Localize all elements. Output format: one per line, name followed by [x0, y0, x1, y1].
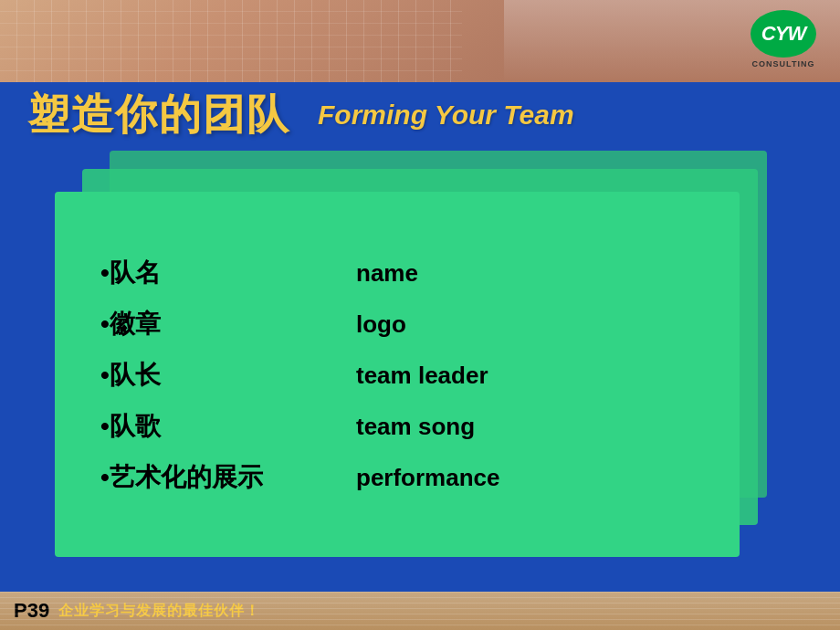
chinese-title: 塑造你的团队	[27, 87, 290, 143]
content-row: •徽章logo	[100, 307, 703, 341]
content-row: •队名name	[100, 256, 703, 290]
chinese-item-1: •徽章	[100, 307, 356, 341]
content-row: •艺术化的展示performance	[100, 460, 703, 495]
english-item-1: logo	[356, 310, 406, 339]
content-row: •队长team leader	[100, 358, 703, 393]
logo-text: CYW	[761, 24, 805, 44]
chinese-item-4: •艺术化的展示	[100, 460, 356, 495]
english-item-0: name	[356, 259, 418, 288]
top-banner	[0, 0, 840, 82]
footer-tagline: 企业学习与发展的最佳伙伴！	[58, 602, 260, 621]
logo-container: CYW CONSULTING	[738, 7, 829, 71]
card-stack: •队名name•徽章logo•队长team leader•队歌team song…	[46, 151, 794, 552]
banner-texture	[0, 0, 462, 82]
english-item-2: team leader	[356, 362, 488, 390]
chinese-item-3: •队歌	[100, 409, 356, 444]
footer: P39 企业学习与发展的最佳伙伴！	[0, 592, 840, 630]
title-area: 塑造你的团队 Forming Your Team	[0, 87, 840, 143]
english-item-3: team song	[356, 413, 475, 441]
english-title: Forming Your Team	[318, 100, 574, 131]
logo-subtitle: CONSULTING	[752, 59, 815, 68]
english-item-4: performance	[356, 464, 500, 492]
content-row: •队歌team song	[100, 409, 703, 444]
chinese-item-2: •队长	[100, 358, 356, 393]
card-content: •队名name•徽章logo•队长team leader•队歌team song…	[55, 192, 740, 557]
chinese-item-0: •队名	[100, 256, 356, 290]
logo-circle: CYW	[751, 10, 816, 58]
footer-page: P39	[14, 599, 49, 623]
